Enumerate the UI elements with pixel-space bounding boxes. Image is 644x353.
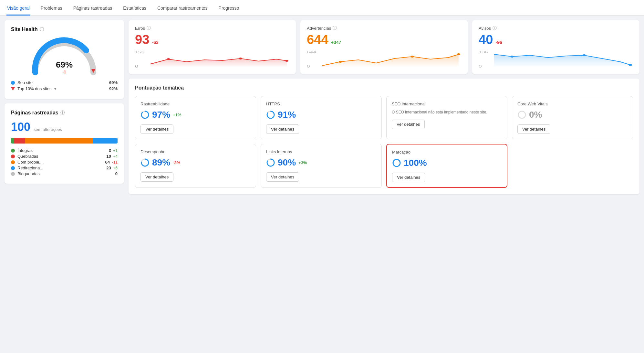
- svg-point-7: [239, 58, 242, 59]
- links-int-score-row: 90% +3%: [266, 157, 376, 168]
- avisos-value: 40: [479, 32, 493, 47]
- right-column: Erros ⓘ 93 -63 156 0: [129, 20, 639, 194]
- https-title: HTTPS: [266, 102, 376, 106]
- rastreabilidade-title: Rastreabilidade: [140, 102, 251, 106]
- svg-point-14: [457, 53, 460, 55]
- erros-value-row: 93 -63: [135, 32, 289, 47]
- avisos-value-row: 40 -96: [479, 32, 633, 47]
- theme-card-core-web-vitals: Core Web Vitals 0% Ver detalhes: [512, 96, 633, 139]
- svg-text:156: 156: [135, 50, 144, 54]
- metric-avisos: Avisos ⓘ 40 -96 136 0: [472, 20, 639, 74]
- links-int-circle-icon: [266, 158, 275, 167]
- https-pct: 91%: [278, 110, 296, 120]
- seo-int-details-btn[interactable]: Ver detalhes: [392, 120, 425, 129]
- dot-integras: [11, 149, 15, 153]
- seo-int-title: SEO internacional: [392, 102, 502, 106]
- nav-progresso[interactable]: Progresso: [218, 2, 240, 16]
- rastreabilidade-score-row: 97% +1%: [140, 110, 251, 120]
- metric-advertencias: Advertências ⓘ 644 +347 644 0: [300, 20, 468, 74]
- https-score-row: 91%: [266, 110, 376, 120]
- pages-count-label: sem alterações: [34, 127, 62, 132]
- links-int-pct: 90%: [278, 157, 296, 168]
- cwv-title: Core Web Vitals: [517, 102, 628, 106]
- nav-problemas[interactable]: Problemas: [40, 2, 63, 16]
- main-nav: Visão geral Problemas Páginas rastreadas…: [0, 0, 644, 16]
- cwv-details-btn[interactable]: Ver detalhes: [517, 124, 550, 134]
- main-content: Site Health ⓘ 69% -1: [0, 16, 644, 199]
- bar-quebradas: [14, 138, 25, 144]
- nav-visao-geral[interactable]: Visão geral: [6, 2, 30, 16]
- metric-erros-label: Erros ⓘ: [135, 25, 289, 31]
- gauge-svg: 69% -1: [29, 37, 100, 76]
- stat-quebradas: Quebradas 10 +4: [11, 154, 118, 159]
- desempenho-details-btn[interactable]: Ver detalhes: [140, 172, 173, 182]
- svg-point-22: [141, 111, 149, 118]
- svg-point-25: [518, 111, 525, 118]
- desempenho-pct: 89%: [152, 157, 170, 168]
- marcacao-circle-icon: [392, 158, 401, 167]
- stat-bloqueadas: Bloqueadas 0: [11, 171, 118, 176]
- site-health-info-icon[interactable]: ⓘ: [40, 27, 44, 32]
- triangle-top10: [11, 87, 15, 91]
- svg-text:0: 0: [135, 64, 138, 68]
- cwv-pct: 0%: [529, 110, 542, 120]
- dot-com-problemas: [11, 160, 15, 164]
- pages-bar: [11, 138, 118, 144]
- marcacao-score-row: 100%: [392, 158, 502, 168]
- erros-sparkline: 156 0: [135, 49, 289, 69]
- svg-text:0: 0: [307, 64, 310, 68]
- svg-marker-11: [322, 54, 459, 67]
- metric-adv-label: Advertências ⓘ: [307, 25, 461, 31]
- nav-paginas-rastreadas[interactable]: Páginas rastreadas: [73, 2, 113, 16]
- metrics-row: Erros ⓘ 93 -63 156 0: [129, 20, 639, 74]
- stat-redirecionadas: Redireciona... 23 +6: [11, 166, 118, 170]
- bar-com-problemas: [25, 138, 93, 144]
- theme-card-marcacao: Marcação 100% Ver detalhes: [386, 144, 507, 188]
- links-int-details-btn[interactable]: Ver detalhes: [266, 172, 299, 182]
- erros-info-icon[interactable]: ⓘ: [147, 25, 151, 31]
- links-int-delta: +3%: [298, 160, 307, 165]
- svg-point-19: [583, 54, 586, 56]
- cwv-score-row: 0%: [517, 110, 628, 120]
- pages-crawled-info-icon[interactable]: ⓘ: [60, 110, 65, 116]
- thematic-grid: Rastreabilidade 97% +1% Ver detalhes HTT…: [135, 96, 633, 188]
- legend-top10: Top 10% dos sites ▾ 92%: [11, 86, 118, 91]
- svg-point-8: [285, 60, 288, 62]
- svg-point-13: [411, 56, 414, 58]
- svg-text:0: 0: [479, 64, 482, 68]
- svg-marker-5: [151, 59, 287, 67]
- desempenho-circle-icon: [140, 158, 150, 167]
- avisos-info-icon[interactable]: ⓘ: [493, 25, 497, 31]
- bar-integras: [11, 138, 14, 144]
- https-details-btn[interactable]: Ver detalhes: [266, 124, 299, 134]
- marcacao-pct: 100%: [404, 158, 427, 168]
- marcacao-details-btn[interactable]: Ver detalhes: [392, 173, 425, 182]
- adv-value: 644: [307, 32, 328, 47]
- desempenho-title: Desempenho: [140, 149, 251, 154]
- bar-redirecionadas: [93, 138, 118, 144]
- legend-seu-site: Seu site 69%: [11, 80, 118, 85]
- site-health-title: Site Health ⓘ: [11, 27, 118, 32]
- gauge-container: 69% -1: [11, 37, 118, 76]
- pages-crawled-card: Páginas rastreadas ⓘ 100 sem alterações …: [5, 103, 124, 184]
- theme-card-desempenho: Desempenho 89% -3% Ver detalhes: [135, 144, 256, 188]
- rastreabilidade-delta: +1%: [173, 112, 181, 117]
- nav-comparar-rastreamentos[interactable]: Comparar rastreamentos: [157, 2, 208, 16]
- stat-integras: Íntegras 3 +1: [11, 148, 118, 153]
- theme-card-https: HTTPS 91% Ver detalhes: [261, 96, 382, 139]
- rastreabilidade-details-btn[interactable]: Ver detalhes: [140, 124, 173, 134]
- stat-com-problemas: Com proble... 64 -11: [11, 160, 118, 165]
- links-int-title: Links internos: [266, 149, 376, 154]
- svg-point-6: [167, 58, 170, 60]
- avisos-delta: -96: [496, 40, 502, 45]
- adv-info-icon[interactable]: ⓘ: [333, 25, 337, 31]
- svg-point-31: [393, 159, 400, 166]
- svg-point-12: [339, 61, 342, 63]
- svg-text:-1: -1: [62, 70, 66, 74]
- dot-quebradas: [11, 155, 15, 158]
- cwv-circle-icon: [517, 110, 526, 119]
- pages-crawled-title: Páginas rastreadas ⓘ: [11, 110, 118, 116]
- desempenho-score-row: 89% -3%: [140, 157, 251, 168]
- nav-estatisticas[interactable]: Estatísticas: [122, 2, 147, 16]
- seo-int-desc: O SEO internacional não está implementad…: [392, 110, 502, 115]
